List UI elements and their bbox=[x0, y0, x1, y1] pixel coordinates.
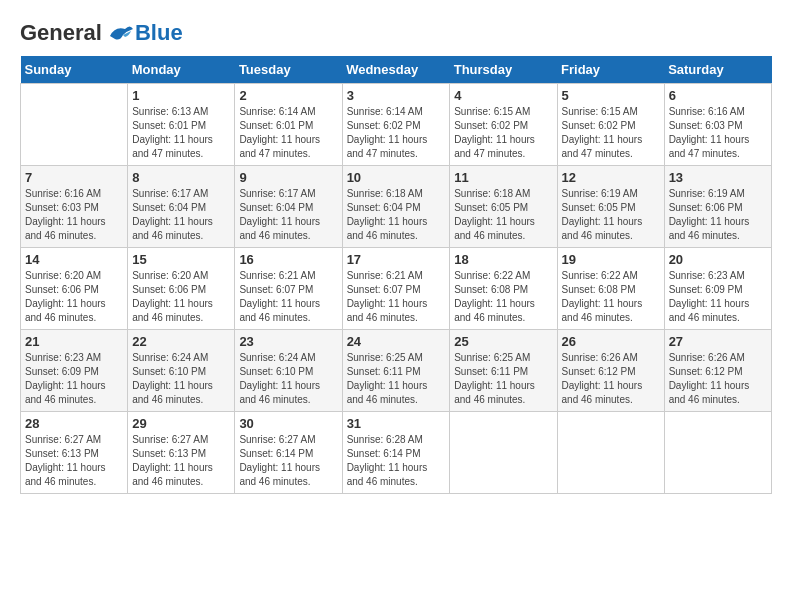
calendar-cell: 20Sunrise: 6:23 AM Sunset: 6:09 PM Dayli… bbox=[664, 248, 771, 330]
day-number: 9 bbox=[239, 170, 337, 185]
calendar-day-header: Saturday bbox=[664, 56, 771, 84]
calendar-cell: 21Sunrise: 6:23 AM Sunset: 6:09 PM Dayli… bbox=[21, 330, 128, 412]
day-number: 23 bbox=[239, 334, 337, 349]
day-number: 31 bbox=[347, 416, 446, 431]
day-info: Sunrise: 6:19 AM Sunset: 6:06 PM Dayligh… bbox=[669, 187, 767, 243]
day-number: 19 bbox=[562, 252, 660, 267]
calendar-week-row: 21Sunrise: 6:23 AM Sunset: 6:09 PM Dayli… bbox=[21, 330, 772, 412]
day-number: 25 bbox=[454, 334, 552, 349]
calendar-week-row: 1Sunrise: 6:13 AM Sunset: 6:01 PM Daylig… bbox=[21, 84, 772, 166]
day-info: Sunrise: 6:20 AM Sunset: 6:06 PM Dayligh… bbox=[25, 269, 123, 325]
day-number: 2 bbox=[239, 88, 337, 103]
day-info: Sunrise: 6:27 AM Sunset: 6:13 PM Dayligh… bbox=[132, 433, 230, 489]
day-number: 10 bbox=[347, 170, 446, 185]
day-info: Sunrise: 6:22 AM Sunset: 6:08 PM Dayligh… bbox=[454, 269, 552, 325]
calendar-day-header: Tuesday bbox=[235, 56, 342, 84]
calendar-cell: 5Sunrise: 6:15 AM Sunset: 6:02 PM Daylig… bbox=[557, 84, 664, 166]
day-info: Sunrise: 6:27 AM Sunset: 6:13 PM Dayligh… bbox=[25, 433, 123, 489]
day-number: 30 bbox=[239, 416, 337, 431]
calendar-cell: 28Sunrise: 6:27 AM Sunset: 6:13 PM Dayli… bbox=[21, 412, 128, 494]
day-number: 8 bbox=[132, 170, 230, 185]
day-info: Sunrise: 6:14 AM Sunset: 6:01 PM Dayligh… bbox=[239, 105, 337, 161]
calendar-week-row: 28Sunrise: 6:27 AM Sunset: 6:13 PM Dayli… bbox=[21, 412, 772, 494]
calendar-header-row: SundayMondayTuesdayWednesdayThursdayFrid… bbox=[21, 56, 772, 84]
day-number: 28 bbox=[25, 416, 123, 431]
day-info: Sunrise: 6:17 AM Sunset: 6:04 PM Dayligh… bbox=[132, 187, 230, 243]
day-number: 26 bbox=[562, 334, 660, 349]
calendar-cell: 27Sunrise: 6:26 AM Sunset: 6:12 PM Dayli… bbox=[664, 330, 771, 412]
calendar-cell: 14Sunrise: 6:20 AM Sunset: 6:06 PM Dayli… bbox=[21, 248, 128, 330]
calendar-cell: 25Sunrise: 6:25 AM Sunset: 6:11 PM Dayli… bbox=[450, 330, 557, 412]
day-number: 11 bbox=[454, 170, 552, 185]
day-info: Sunrise: 6:16 AM Sunset: 6:03 PM Dayligh… bbox=[25, 187, 123, 243]
day-info: Sunrise: 6:23 AM Sunset: 6:09 PM Dayligh… bbox=[669, 269, 767, 325]
logo-blue-text: Blue bbox=[135, 20, 183, 46]
calendar-cell: 4Sunrise: 6:15 AM Sunset: 6:02 PM Daylig… bbox=[450, 84, 557, 166]
day-info: Sunrise: 6:21 AM Sunset: 6:07 PM Dayligh… bbox=[347, 269, 446, 325]
logo-general-text: General bbox=[20, 20, 102, 46]
calendar-cell: 24Sunrise: 6:25 AM Sunset: 6:11 PM Dayli… bbox=[342, 330, 450, 412]
calendar-cell: 26Sunrise: 6:26 AM Sunset: 6:12 PM Dayli… bbox=[557, 330, 664, 412]
day-number: 14 bbox=[25, 252, 123, 267]
calendar-cell: 23Sunrise: 6:24 AM Sunset: 6:10 PM Dayli… bbox=[235, 330, 342, 412]
day-info: Sunrise: 6:25 AM Sunset: 6:11 PM Dayligh… bbox=[347, 351, 446, 407]
calendar-cell: 10Sunrise: 6:18 AM Sunset: 6:04 PM Dayli… bbox=[342, 166, 450, 248]
day-info: Sunrise: 6:14 AM Sunset: 6:02 PM Dayligh… bbox=[347, 105, 446, 161]
day-number: 5 bbox=[562, 88, 660, 103]
calendar-day-header: Wednesday bbox=[342, 56, 450, 84]
day-info: Sunrise: 6:16 AM Sunset: 6:03 PM Dayligh… bbox=[669, 105, 767, 161]
day-info: Sunrise: 6:26 AM Sunset: 6:12 PM Dayligh… bbox=[669, 351, 767, 407]
day-info: Sunrise: 6:24 AM Sunset: 6:10 PM Dayligh… bbox=[239, 351, 337, 407]
day-info: Sunrise: 6:20 AM Sunset: 6:06 PM Dayligh… bbox=[132, 269, 230, 325]
calendar-week-row: 7Sunrise: 6:16 AM Sunset: 6:03 PM Daylig… bbox=[21, 166, 772, 248]
calendar-table: SundayMondayTuesdayWednesdayThursdayFrid… bbox=[20, 56, 772, 494]
calendar-cell: 19Sunrise: 6:22 AM Sunset: 6:08 PM Dayli… bbox=[557, 248, 664, 330]
calendar-day-header: Thursday bbox=[450, 56, 557, 84]
calendar-cell: 31Sunrise: 6:28 AM Sunset: 6:14 PM Dayli… bbox=[342, 412, 450, 494]
day-number: 3 bbox=[347, 88, 446, 103]
day-number: 12 bbox=[562, 170, 660, 185]
calendar-week-row: 14Sunrise: 6:20 AM Sunset: 6:06 PM Dayli… bbox=[21, 248, 772, 330]
calendar-cell: 3Sunrise: 6:14 AM Sunset: 6:02 PM Daylig… bbox=[342, 84, 450, 166]
day-info: Sunrise: 6:26 AM Sunset: 6:12 PM Dayligh… bbox=[562, 351, 660, 407]
calendar-cell: 17Sunrise: 6:21 AM Sunset: 6:07 PM Dayli… bbox=[342, 248, 450, 330]
day-info: Sunrise: 6:15 AM Sunset: 6:02 PM Dayligh… bbox=[562, 105, 660, 161]
day-number: 6 bbox=[669, 88, 767, 103]
day-info: Sunrise: 6:28 AM Sunset: 6:14 PM Dayligh… bbox=[347, 433, 446, 489]
calendar-cell: 7Sunrise: 6:16 AM Sunset: 6:03 PM Daylig… bbox=[21, 166, 128, 248]
page-header: General Blue bbox=[20, 20, 772, 46]
day-info: Sunrise: 6:19 AM Sunset: 6:05 PM Dayligh… bbox=[562, 187, 660, 243]
day-number: 27 bbox=[669, 334, 767, 349]
calendar-cell: 6Sunrise: 6:16 AM Sunset: 6:03 PM Daylig… bbox=[664, 84, 771, 166]
day-info: Sunrise: 6:27 AM Sunset: 6:14 PM Dayligh… bbox=[239, 433, 337, 489]
day-info: Sunrise: 6:18 AM Sunset: 6:05 PM Dayligh… bbox=[454, 187, 552, 243]
day-number: 22 bbox=[132, 334, 230, 349]
day-info: Sunrise: 6:21 AM Sunset: 6:07 PM Dayligh… bbox=[239, 269, 337, 325]
calendar-cell: 18Sunrise: 6:22 AM Sunset: 6:08 PM Dayli… bbox=[450, 248, 557, 330]
calendar-cell: 11Sunrise: 6:18 AM Sunset: 6:05 PM Dayli… bbox=[450, 166, 557, 248]
calendar-cell: 22Sunrise: 6:24 AM Sunset: 6:10 PM Dayli… bbox=[128, 330, 235, 412]
calendar-cell bbox=[557, 412, 664, 494]
calendar-cell: 15Sunrise: 6:20 AM Sunset: 6:06 PM Dayli… bbox=[128, 248, 235, 330]
logo-bird-icon bbox=[105, 21, 135, 46]
calendar-cell bbox=[21, 84, 128, 166]
day-number: 16 bbox=[239, 252, 337, 267]
calendar-day-header: Sunday bbox=[21, 56, 128, 84]
day-info: Sunrise: 6:13 AM Sunset: 6:01 PM Dayligh… bbox=[132, 105, 230, 161]
day-info: Sunrise: 6:17 AM Sunset: 6:04 PM Dayligh… bbox=[239, 187, 337, 243]
day-number: 1 bbox=[132, 88, 230, 103]
day-number: 29 bbox=[132, 416, 230, 431]
calendar-cell: 12Sunrise: 6:19 AM Sunset: 6:05 PM Dayli… bbox=[557, 166, 664, 248]
calendar-day-header: Friday bbox=[557, 56, 664, 84]
day-number: 4 bbox=[454, 88, 552, 103]
calendar-day-header: Monday bbox=[128, 56, 235, 84]
calendar-cell: 9Sunrise: 6:17 AM Sunset: 6:04 PM Daylig… bbox=[235, 166, 342, 248]
day-number: 24 bbox=[347, 334, 446, 349]
day-info: Sunrise: 6:23 AM Sunset: 6:09 PM Dayligh… bbox=[25, 351, 123, 407]
calendar-cell: 16Sunrise: 6:21 AM Sunset: 6:07 PM Dayli… bbox=[235, 248, 342, 330]
day-info: Sunrise: 6:15 AM Sunset: 6:02 PM Dayligh… bbox=[454, 105, 552, 161]
day-number: 20 bbox=[669, 252, 767, 267]
day-info: Sunrise: 6:24 AM Sunset: 6:10 PM Dayligh… bbox=[132, 351, 230, 407]
day-number: 18 bbox=[454, 252, 552, 267]
day-number: 7 bbox=[25, 170, 123, 185]
